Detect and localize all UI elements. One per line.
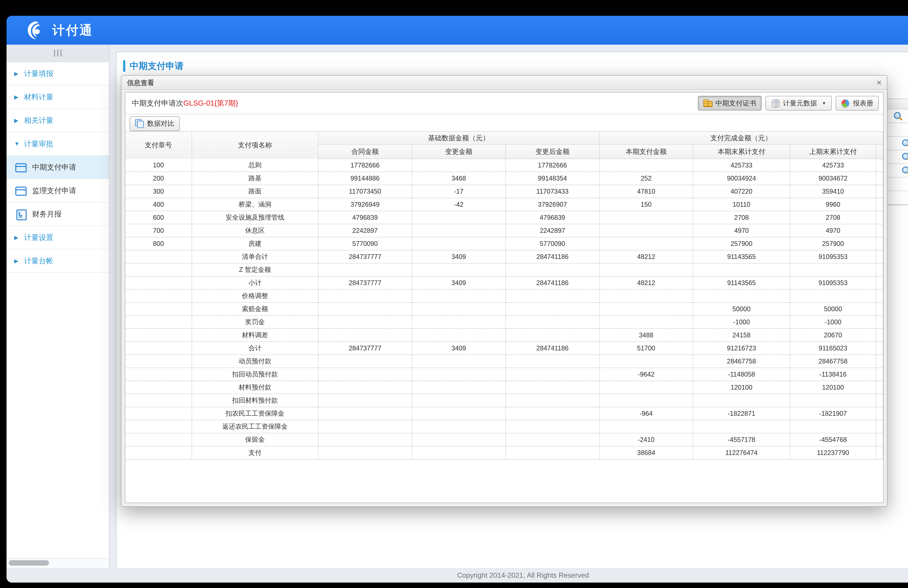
modal-title-bar[interactable]: 信息查看 × (121, 76, 887, 90)
metering-metadata-dropdown[interactable]: 计量元数据 ▼ (765, 96, 832, 111)
sidebar-item[interactable]: 中期支付申请 (6, 156, 109, 179)
table-cell: 284741186 (506, 342, 599, 355)
sidebar-item-label: 计量审批 (24, 139, 53, 149)
table-cell: 91143565 (693, 250, 790, 263)
table-row: 价格调整 (125, 289, 883, 302)
table-row: 返还农民工工资保障金 (125, 420, 883, 433)
col-header-change-amount: 变更金额 (412, 145, 506, 159)
payment-request-subject: 中期支付申请次GLSG-01{第7期} (125, 98, 238, 108)
table-cell-filler (876, 407, 883, 420)
table-cell: 284737777 (318, 342, 412, 355)
table-cell (318, 394, 412, 407)
sidebar: ▶计量填报▶材料计量▶相关计量▼计量审批中期支付申请监理支付申请财务月报▶计量设… (6, 45, 109, 568)
table-cell: 47810 (599, 185, 693, 198)
table-cell: 50000 (790, 302, 876, 316)
table-cell: 4796839 (318, 211, 412, 224)
sidebar-item[interactable]: ▶计量设置 (6, 226, 109, 249)
report-book-button[interactable]: 报表册 (836, 96, 879, 111)
table-cell (693, 289, 790, 302)
table-cell (412, 420, 506, 433)
certificate-button-label: 中期支付证书 (715, 99, 756, 108)
table-row: 索赔金额5000050000 (125, 302, 883, 316)
table-cell: 扣回材料预付款 (192, 394, 318, 407)
table-cell: -17 (412, 185, 506, 198)
table-cell: 扣回动员预付款 (192, 368, 318, 381)
card-up-icon (15, 162, 27, 172)
table-cell: 10110 (693, 198, 790, 211)
table-cell: 索赔金额 (192, 302, 318, 316)
app-window: 计付通 通知 管理员 ▶计量填报▶材料计量▶相关计量▼计量审批中期支付申请监理支… (6, 16, 908, 583)
table-cell: 91095353 (790, 250, 876, 263)
table-cell (693, 263, 790, 276)
sidebar-item[interactable]: 财务月报 (6, 202, 109, 226)
table-cell: -2410 (599, 433, 693, 446)
table-cell: 休息区 (192, 224, 318, 237)
table-cell: -1000 (790, 316, 876, 329)
table-cell: 17782666 (506, 159, 599, 172)
modal-title: 信息查看 (121, 76, 887, 90)
sidebar-horizontal-scrollbar[interactable] (6, 558, 109, 568)
table-cell (125, 263, 192, 276)
col-header-current-payment: 本期支付金额 (599, 145, 693, 159)
table-cell (693, 394, 790, 407)
table-cell: 200 (125, 172, 192, 185)
table-cell (318, 289, 412, 302)
close-icon[interactable]: × (877, 78, 882, 87)
info-view-modal: 信息查看 × 中期支付申请次GLSG-01{第7期} 中期支付证书 (121, 75, 887, 507)
table-row: 扣回动员预付款-9642-1148058-1138416 (125, 368, 883, 381)
sidebar-item[interactable]: ▼计量审批 (6, 132, 109, 156)
data-compare-button[interactable]: 数据对比 (130, 116, 180, 131)
table-cell (125, 407, 192, 420)
table-cell: 300 (125, 185, 192, 198)
grip-icon (57, 50, 58, 56)
scrollbar-thumb[interactable] (9, 560, 49, 566)
compare-tables-icon (135, 119, 144, 128)
table-cell (412, 446, 506, 459)
col-header-filler (876, 145, 883, 159)
table-cell: 100 (125, 159, 192, 172)
interim-payment-certificate-button[interactable]: 中期支付证书 (698, 96, 761, 111)
table-cell: 17782666 (318, 159, 412, 172)
table-cell: 价格调整 (192, 289, 318, 302)
table-cell: 284741186 (506, 276, 599, 289)
table-cell (318, 355, 412, 368)
table-cell: 5770090 (318, 237, 412, 250)
sidebar-item[interactable]: ▶计量台帐 (6, 249, 109, 273)
search-icon[interactable] (902, 139, 908, 148)
table-cell: 桥梁、涵洞 (192, 198, 318, 211)
chevron-right-icon: ▶ (14, 117, 24, 124)
table-cell: 51700 (599, 342, 693, 355)
table-cell (599, 381, 693, 394)
table-cell (412, 316, 506, 329)
table-cell: 91143565 (693, 276, 790, 289)
search-icon[interactable] (893, 111, 903, 120)
table-cell (506, 263, 599, 276)
table-cell: 150 (599, 198, 693, 211)
table-cell (125, 355, 192, 368)
table-cell-filler (876, 302, 883, 316)
grip-icon (61, 50, 61, 56)
search-icon[interactable] (902, 152, 908, 162)
table-cell (506, 381, 599, 394)
table-cell (790, 394, 876, 407)
coins-icon (704, 99, 712, 108)
sidebar-item[interactable]: 监理支付申请 (6, 179, 109, 202)
table-cell: 3409 (412, 250, 506, 263)
sidebar-item[interactable]: ▶计量填报 (6, 62, 109, 85)
table-cell (506, 302, 599, 316)
sidebar-item[interactable]: ▶材料计量 (6, 85, 109, 109)
table-cell: 3409 (412, 342, 506, 355)
table-cell-filler (876, 433, 883, 446)
table-cell: 48212 (599, 276, 693, 289)
table-cell-filler (876, 211, 883, 224)
grip-icon (54, 50, 55, 56)
col-group-payment-complete: 支付完成金额（元） (599, 132, 883, 145)
sidebar-item[interactable]: ▶相关计量 (6, 109, 109, 132)
search-icon[interactable] (902, 166, 908, 175)
table-cell (125, 394, 192, 407)
compare-button-label: 数据对比 (147, 119, 174, 128)
table-cell (506, 433, 599, 446)
table-cell: 252 (599, 172, 693, 185)
sidebar-collapse-handle[interactable] (6, 45, 109, 62)
table-cell: -1821907 (790, 407, 876, 420)
